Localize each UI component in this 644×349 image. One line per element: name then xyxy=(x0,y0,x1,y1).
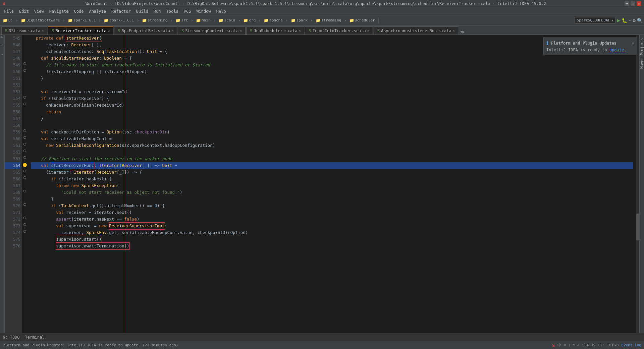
tab-close-rpcendpointref[interactable]: ✕ xyxy=(171,29,173,33)
gutter-mark-572 xyxy=(23,217,26,219)
tab-label-receivertracker: ReceiverTracker.scala xyxy=(55,28,106,33)
gutter-mark-566 xyxy=(23,176,26,179)
code-line-550: !(isTrackerStopping || isTrackerStopped) xyxy=(31,68,633,75)
toolbar-org[interactable]: 📁 org xyxy=(242,17,257,23)
toolbar-src[interactable]: 📁 src xyxy=(174,17,189,23)
structure-icon[interactable]: S xyxy=(1,45,4,46)
line-numbers: 545 546 547 548 549 550 551 552 553 554 … xyxy=(5,35,22,333)
tab-close-asynclistenerbus[interactable]: ✕ xyxy=(452,29,454,33)
toolbar-spark[interactable]: 📁 spark xyxy=(289,17,309,23)
tab-jobscheduler[interactable]: S JobScheduler.scala ✕ xyxy=(246,26,304,35)
tab-close-dstream[interactable]: ✕ xyxy=(42,29,44,33)
menu-file[interactable]: File xyxy=(1,8,16,14)
tab-close-jobscheduler[interactable]: ✕ xyxy=(299,29,301,33)
streaming2-label: streaming xyxy=(321,18,341,22)
bookmark-icon[interactable] xyxy=(23,163,27,167)
favorites-icon[interactable]: ★ xyxy=(1,53,4,56)
gutter-mark-565 xyxy=(23,170,26,172)
tab-label-dstream: DStream.scala xyxy=(9,28,40,33)
menu-help[interactable]: Help xyxy=(214,8,229,14)
project-icon[interactable]: P xyxy=(1,36,4,38)
notification-close[interactable]: ✕ xyxy=(632,41,634,46)
tab-close-streamingcontext[interactable]: ✕ xyxy=(240,29,242,33)
tab-dstream[interactable]: S DStream.scala ✕ xyxy=(1,26,47,35)
code-line-571: val receiver = iterator.next() xyxy=(31,209,633,216)
code-line-566: if (!iterator.hasNext) { xyxy=(31,176,633,182)
menu-run[interactable]: Run xyxy=(151,8,164,14)
gutter-mark-573 xyxy=(23,223,26,226)
window-controls[interactable]: ─ □ ✕ xyxy=(625,1,641,6)
gutter-mark-570 xyxy=(23,203,26,206)
toolbar-path-d[interactable]: 📁 D: xyxy=(1,17,14,23)
event-log-btn[interactable]: Event Log xyxy=(621,343,641,347)
menu-code[interactable]: Code xyxy=(71,8,87,14)
menu-vcs[interactable]: VCS xyxy=(181,8,194,14)
toolbar-spark161-short[interactable]: 📁 spark1.6.1 xyxy=(66,17,97,23)
streaming-label: streaming xyxy=(148,18,168,22)
tab-rpcendpointref[interactable]: S RpcEndpointRef.scala ✕ xyxy=(114,26,177,35)
scrollbar-thumb[interactable] xyxy=(636,214,639,240)
code-line-551: } xyxy=(31,75,633,82)
scala-label: scala xyxy=(224,18,235,22)
code-line-549: // It's okay to start when trackerState … xyxy=(31,62,633,68)
toolbar-streaming[interactable]: 📁 streaming xyxy=(141,17,169,23)
maven-panel[interactable]: Maven Projects xyxy=(639,35,644,333)
gutter-mark-549 xyxy=(23,62,26,65)
maven-label[interactable]: Maven Projects xyxy=(640,38,644,69)
code-area[interactable]: private def startReceiver( receiver: Rec… xyxy=(28,35,636,333)
code-line-569: } xyxy=(31,196,633,202)
run-config-selector[interactable]: SparkSQLDUFDUAF ▼ xyxy=(575,17,616,23)
gutter-mark-561 xyxy=(23,150,26,152)
menu-edit[interactable]: Edit xyxy=(16,8,32,14)
more-run-options[interactable]: ⋯ xyxy=(629,18,631,23)
vertical-scrollbar[interactable] xyxy=(636,35,639,333)
scheduler-label: scheduler xyxy=(355,18,375,22)
status-message: Platform and Plugin Updates: IntelliJ ID… xyxy=(3,343,549,347)
debug-button[interactable]: 🐛 xyxy=(622,18,627,23)
minimize-btn[interactable]: ─ xyxy=(625,1,629,6)
tab-inputinfotracker[interactable]: S InputInfoTracker.scala ✕ xyxy=(305,26,373,35)
settings-button[interactable]: ⚙ xyxy=(633,18,636,23)
toolbar-scheduler[interactable]: 📁 scheduler xyxy=(348,17,376,23)
folder-icon-spark161s: 📁 xyxy=(68,18,73,23)
menu-navigate[interactable]: Navigate xyxy=(47,8,71,14)
more-tabs-btn[interactable]: ≫ xyxy=(460,30,465,35)
toolbar-sep1 xyxy=(378,17,379,23)
toolbar-streaming2[interactable]: 📁 streaming xyxy=(314,17,343,23)
folder-icon-scheduler: 📁 xyxy=(349,18,354,23)
title-bar: W WordCount - [D:\IdeaProjects\WordCount… xyxy=(0,0,644,7)
tab-receivertracker[interactable]: S ReceiverTracker.scala ✕ xyxy=(48,26,113,35)
close-btn[interactable]: ✕ xyxy=(637,1,641,6)
menu-refactor[interactable]: Refactor xyxy=(109,8,133,14)
menu-window[interactable]: Window xyxy=(194,8,213,14)
toolbar-scala[interactable]: 📁 scala xyxy=(217,17,236,23)
restore-btn[interactable]: □ xyxy=(631,1,635,6)
folder-icon-scala: 📁 xyxy=(218,18,223,23)
update-link[interactable]: update. xyxy=(609,48,627,52)
gutter-mark-550 xyxy=(23,69,26,72)
terminal-btn[interactable]: Terminal xyxy=(25,335,45,340)
menu-build[interactable]: Build xyxy=(133,8,151,14)
tab-icon-asynclistenerbus: S xyxy=(377,28,380,33)
left-panel: P S ★ xyxy=(0,35,5,333)
spark-label: spark xyxy=(297,18,308,22)
toolbar-main[interactable]: 📁 main xyxy=(195,17,212,23)
gutter-mark-560 xyxy=(23,143,26,146)
search-button[interactable]: 🔍 xyxy=(637,18,643,23)
toolbar-bigdata[interactable]: 📁 BigDataSoftware xyxy=(19,17,61,23)
run-button[interactable]: ▶ xyxy=(617,17,620,23)
code-line-574: receiver, SparkEnv.get, serializableHado… xyxy=(31,229,633,236)
spark161s-label: spark1.6.1 xyxy=(73,18,96,22)
menu-view[interactable]: View xyxy=(32,8,47,14)
tab-asynclistenerbus[interactable]: S AsynchronousListenerBus.scala ✕ xyxy=(374,26,459,35)
tab-streamingcontext[interactable]: S StreamingContext.scala ✕ xyxy=(178,26,246,35)
menu-tools[interactable]: Tools xyxy=(164,8,181,14)
toolbar-spark161[interactable]: 📁 spark-1.6.1 xyxy=(102,17,135,23)
tab-close-receivertracker[interactable]: ✕ xyxy=(108,29,110,33)
menu-analyze[interactable]: Analyze xyxy=(86,8,109,14)
tab-icon-rpcendpointref: S xyxy=(118,28,120,33)
todo-btn[interactable]: 6: TODO xyxy=(3,335,20,340)
gutter-mark-568 xyxy=(23,190,26,192)
tab-close-inputinfotracker[interactable]: ✕ xyxy=(367,29,369,33)
toolbar-apache[interactable]: 📁 apache xyxy=(262,17,284,23)
